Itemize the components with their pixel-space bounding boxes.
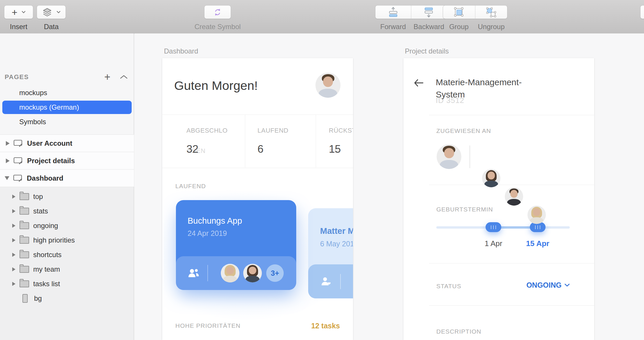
disclosure-triangle-icon[interactable] <box>12 253 15 257</box>
layer-row-project-details[interactable]: Project details <box>0 152 134 169</box>
group-button[interactable] <box>443 6 475 19</box>
ungroup-button[interactable] <box>475 6 507 19</box>
layer-row-high-priorities[interactable]: high priorities <box>0 233 134 248</box>
group-label: Group <box>443 23 475 31</box>
card-date: 24 Apr 2019 <box>188 229 227 238</box>
create-symbol-button[interactable] <box>204 5 231 19</box>
member-avatar[interactable] <box>221 264 239 282</box>
stat-value-ongoing: 6 <box>257 143 264 155</box>
project-card-buchungs[interactable]: Buchungs App 24 Apr 2019 3+ <box>176 200 296 290</box>
stats-divider <box>316 115 316 168</box>
date-slider-handle-start[interactable] <box>486 222 501 232</box>
layer-row-user-account[interactable]: User Account <box>0 134 134 152</box>
member-avatar[interactable] <box>243 264 262 282</box>
arrange-segmented-control <box>375 5 447 19</box>
more-members-badge[interactable]: 3+ <box>266 264 284 282</box>
priorities-count[interactable]: 12 tasks <box>311 322 340 330</box>
stat-label-overdue: RÜCKST <box>329 127 353 134</box>
due-date-label: GEBURTSTERMIN <box>436 206 493 213</box>
folder-icon <box>20 222 29 229</box>
section-divider <box>429 263 594 264</box>
pages-header: PAGES + <box>0 70 134 84</box>
layer-label: tasks list <box>33 280 60 288</box>
page-item-mockups-german[interactable]: mockups (German) <box>2 101 132 114</box>
card-title: Matter M <box>320 226 353 236</box>
grip-icon <box>535 225 540 229</box>
page-item-symbols[interactable]: Symbols <box>0 115 134 129</box>
backward-button[interactable] <box>411 6 447 19</box>
project-card-matter[interactable]: Matter M 6 May 201 <box>308 208 353 298</box>
artboard-title-project-details[interactable]: Project details <box>405 47 449 55</box>
status-dropdown[interactable]: ONGOING <box>526 281 570 289</box>
create-symbol-label: Create Symbol <box>186 23 249 31</box>
backward-label: Backward <box>411 23 447 31</box>
insert-button[interactable]: + <box>4 5 33 19</box>
move-forward-icon <box>387 6 400 18</box>
range-start-label: 1 Apr <box>476 239 511 248</box>
project-details-artboard[interactable]: Materie-Management- System ID 3512 ZUGEW… <box>403 58 594 340</box>
layer-row-ongoing[interactable]: ongoing <box>0 218 134 233</box>
ungroup-label: Ungroup <box>475 23 507 31</box>
data-label: Data <box>37 23 66 31</box>
sidebar: PAGES + mockups mockups (German) Symbols… <box>0 33 134 340</box>
person-heart-icon <box>320 277 331 286</box>
chevron-down-icon <box>57 11 61 13</box>
disclosure-triangle-icon[interactable] <box>6 159 10 163</box>
back-arrow-icon[interactable] <box>414 79 424 87</box>
layer-row-shortcuts[interactable]: shortcuts <box>0 248 134 262</box>
folder-icon <box>20 266 29 273</box>
add-page-icon[interactable]: + <box>104 71 110 83</box>
layer-label: Dashboard <box>27 174 63 182</box>
folder-icon <box>20 193 29 200</box>
artboard-icon <box>13 156 24 165</box>
layer-stack-icon <box>42 8 52 17</box>
disclosure-triangle-icon[interactable] <box>5 176 9 180</box>
disclosure-triangle-icon[interactable] <box>6 141 10 146</box>
data-button[interactable] <box>37 5 66 19</box>
page-item-mockups[interactable]: mockups <box>0 86 134 99</box>
layer-row-stats[interactable]: stats <box>0 204 134 218</box>
layer-label: shortcuts <box>33 251 61 259</box>
layer-row-my-team[interactable]: my team <box>0 262 134 277</box>
stat-label-completed: ABGESCHLO <box>186 127 227 134</box>
rectangle-layer-icon <box>22 294 28 303</box>
assignee-divider <box>470 145 470 168</box>
layer-row-bg[interactable]: bg <box>0 291 134 306</box>
forward-button[interactable] <box>375 6 411 19</box>
stats-row <box>162 115 353 168</box>
disclosure-triangle-icon[interactable] <box>12 238 15 242</box>
card-footer <box>308 264 353 298</box>
greeting-text: Guten Morgen! <box>174 79 258 93</box>
grip-icon <box>491 225 496 229</box>
status-label: STATUS <box>436 283 461 290</box>
layer-label: bg <box>34 294 42 302</box>
card-date: 6 May 201 <box>320 240 353 248</box>
two-people-icon <box>188 268 201 279</box>
dashboard-artboard[interactable]: Guten Morgen! ABGESCHLO SSEN 32 LAUFEND … <box>162 58 353 340</box>
description-label: DESCRIPTION <box>436 328 481 335</box>
page-label: Symbols <box>19 118 46 126</box>
assigned-label: ZUGEWIESEN AN <box>436 127 491 134</box>
artboard-title-dashboard[interactable]: Dashboard <box>164 47 198 55</box>
stats-divider <box>245 115 245 168</box>
disclosure-triangle-icon[interactable] <box>12 224 15 228</box>
layer-label: ongoing <box>33 222 58 230</box>
layer-row-dashboard[interactable]: Dashboard <box>0 169 134 187</box>
layer-row-top[interactable]: top <box>0 189 134 204</box>
user-avatar[interactable] <box>315 73 340 98</box>
assignee-avatar-primary[interactable] <box>437 144 461 169</box>
layer-label: top <box>33 193 43 201</box>
toolbar: + Insert Data Create Symbol <box>0 0 644 34</box>
layer-row-tasks-list[interactable]: tasks list <box>0 277 134 291</box>
disclosure-triangle-icon[interactable] <box>12 195 15 199</box>
assignee-avatar[interactable] <box>527 206 546 224</box>
disclosure-triangle-icon[interactable] <box>12 209 15 213</box>
chevron-up-icon[interactable] <box>119 74 128 80</box>
assignee-avatar[interactable] <box>482 169 500 187</box>
assignee-avatar[interactable] <box>505 187 523 206</box>
disclosure-triangle-icon[interactable] <box>12 267 15 271</box>
disclosure-triangle-icon[interactable] <box>12 282 15 286</box>
toolbar-partial-button[interactable] <box>640 5 644 19</box>
layer-label: high priorities <box>33 236 75 244</box>
layer-label: stats <box>33 207 48 215</box>
